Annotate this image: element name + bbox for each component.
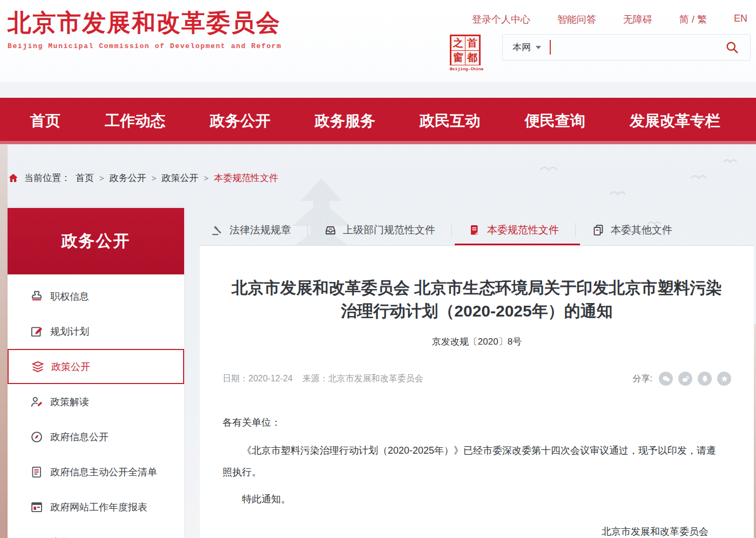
tab-commission-other-docs[interactable]: 本委其他文件 bbox=[592, 223, 672, 237]
document-list-icon bbox=[30, 465, 44, 479]
report-table-icon bbox=[30, 500, 44, 514]
sidebar-item-authority-info[interactable]: 职权信息 bbox=[8, 279, 184, 314]
breadcrumb-policy-open[interactable]: 政策公开 bbox=[162, 172, 199, 184]
sidebar-item-annual-website-report[interactable]: 政府网站工作年度报表 bbox=[8, 489, 184, 524]
nav-item-inquiry[interactable]: 便民查询 bbox=[525, 111, 585, 131]
tab-label: 本委其他文件 bbox=[611, 223, 672, 237]
search-icon bbox=[725, 40, 739, 55]
nav-item-gov-service[interactable]: 政务服务 bbox=[315, 111, 375, 131]
notice-line: 特此通知。 bbox=[222, 488, 718, 510]
sidebar-title: 政务公开 bbox=[8, 208, 184, 274]
tab-label: 本委规范性文件 bbox=[487, 223, 559, 237]
breadcrumb-separator: > bbox=[99, 173, 104, 183]
article-source: 北京市发展和改革委员会 bbox=[328, 374, 423, 383]
sidebar-item-label: 职权信息 bbox=[50, 290, 89, 303]
sidebar: 政务公开 职权信息 规划计划 bbox=[8, 208, 184, 538]
sidebar-item-label: 规划计划 bbox=[50, 325, 89, 338]
login-link[interactable]: 登录个人中心 bbox=[472, 13, 530, 26]
home-icon[interactable] bbox=[8, 172, 19, 184]
site-header: 北京市发展和改革委员会 Beijing Municipal Commission… bbox=[0, 0, 756, 82]
accessibility-link[interactable]: 无障碍 bbox=[623, 13, 652, 26]
share-bar: 分享: bbox=[633, 372, 731, 386]
article-body: 各有关单位： 《北京市塑料污染治理行动计划（2020-2025年）》已经市委深改… bbox=[200, 412, 754, 538]
tab-divider bbox=[307, 223, 308, 237]
tab-divider bbox=[575, 223, 576, 237]
site-logo[interactable]: 北京市发展和改革委员会 Beijing Municipal Commission… bbox=[8, 9, 282, 50]
share-label: 分享: bbox=[633, 373, 652, 385]
sidebar-item-policy-interpretation[interactable]: 政策解读 bbox=[8, 384, 184, 419]
nav-item-gov-open[interactable]: 政务公开 bbox=[210, 111, 271, 131]
search-scope-label: 本网 bbox=[512, 41, 531, 53]
breadcrumb-label: 当前位置： bbox=[24, 172, 70, 184]
red-document-icon bbox=[468, 224, 481, 237]
sidebar-item-label: 政策公开 bbox=[51, 360, 90, 373]
breadcrumb-separator: > bbox=[204, 173, 209, 183]
share-qzone-icon[interactable] bbox=[717, 372, 731, 386]
nav-item-work-news[interactable]: 工作动态 bbox=[105, 111, 165, 131]
tab-label: 法律法规规章 bbox=[230, 223, 291, 237]
background-photo-left bbox=[0, 145, 8, 538]
stamp-icon bbox=[30, 290, 44, 304]
capital-window-seal[interactable]: 之 首 窗 都 Beijing-China bbox=[450, 35, 483, 71]
share-weibo-icon[interactable] bbox=[678, 372, 692, 386]
article-meta-left: 日期：2020-12-24来源：北京市发展和改革委员会 bbox=[222, 373, 423, 385]
simplified-traditional-toggle[interactable]: 简 / 繁 bbox=[679, 13, 707, 26]
seal-char: 窗 bbox=[451, 51, 465, 65]
breadcrumb-current: 本委规范性文件 bbox=[214, 172, 278, 184]
utility-links: 登录个人中心 智能问答 无障碍 简 / 繁 EN bbox=[472, 13, 747, 26]
copy-pages-icon bbox=[592, 224, 605, 237]
nav-item-interaction[interactable]: 政民互动 bbox=[420, 111, 480, 131]
document-number: 京发改规〔2020〕8号 bbox=[200, 335, 754, 348]
breadcrumb-home[interactable]: 首页 bbox=[76, 172, 94, 184]
article-title: 北京市发展和改革委员会 北京市生态环境局关于印发北京市塑料污染治理行动计划（20… bbox=[226, 276, 728, 322]
salutation: 各有关单位： bbox=[222, 412, 718, 433]
breadcrumb: 当前位置： 首页 > 政务公开 > 政策公开 > 本委规范性文件 bbox=[8, 172, 278, 184]
sidebar-item-label: 决策目录 bbox=[50, 536, 89, 538]
sidebar-item-gov-info-open[interactable]: 政府信息公开 bbox=[8, 419, 184, 454]
breadcrumb-separator: > bbox=[152, 173, 157, 183]
body-paragraph: 《北京市塑料污染治理行动计划（2020-2025年）》已经市委深改委第十四次会议… bbox=[222, 440, 718, 483]
inbox-icon bbox=[324, 224, 337, 237]
nav-item-reform-column[interactable]: 发展改革专栏 bbox=[630, 111, 720, 131]
person-pen-icon bbox=[30, 395, 44, 409]
english-link[interactable]: EN bbox=[734, 13, 747, 26]
article-panel: 北京市发展和改革委员会 北京市生态环境局关于印发北京市塑料污染治理行动计划（20… bbox=[200, 246, 754, 538]
sidebar-item-label: 政府网站工作年度报表 bbox=[50, 501, 147, 514]
layers-icon bbox=[31, 360, 45, 374]
article-meta: 日期：2020-12-24来源：北京市发展和改革委员会 分享: bbox=[200, 372, 754, 386]
seal-char: 都 bbox=[465, 51, 479, 65]
site-subtitle: Beijing Municipal Commission of Developm… bbox=[8, 42, 282, 50]
search-input[interactable] bbox=[551, 35, 725, 60]
content-tabs: 法律法规规章 上级部门规范性文件 本委规范性文件 bbox=[200, 215, 754, 245]
sidebar-item-decision-catalog[interactable]: 决策目录 bbox=[8, 524, 184, 538]
sidebar-item-label: 政策解读 bbox=[50, 395, 89, 408]
signature: 北京市发展和改革委员会 bbox=[222, 521, 718, 538]
tab-commission-normative-docs[interactable]: 本委规范性文件 bbox=[468, 223, 559, 237]
seal-char: 之 bbox=[451, 36, 465, 50]
sidebar-item-label: 政府信息主动公开全清单 bbox=[50, 466, 157, 479]
tab-laws-regulations[interactable]: 法律法规规章 bbox=[211, 223, 291, 237]
smart-qa-link[interactable]: 智能问答 bbox=[557, 13, 596, 26]
share-wechat-icon[interactable] bbox=[659, 372, 673, 386]
tab-superior-normative-docs[interactable]: 上级部门规范性文件 bbox=[324, 223, 435, 237]
tab-label: 上级部门规范性文件 bbox=[343, 223, 435, 237]
breadcrumb-gov-open[interactable]: 政务公开 bbox=[110, 172, 146, 184]
page: 北京市发展和改革委员会 Beijing Municipal Commission… bbox=[0, 0, 756, 538]
catalog-icon bbox=[30, 535, 44, 538]
sidebar-item-policy-open[interactable]: 政策公开 bbox=[8, 349, 184, 384]
seal-icon: 之 首 窗 都 bbox=[450, 35, 481, 65]
sidebar-item-label: 政府信息公开 bbox=[50, 431, 109, 443]
seal-caption: Beijing-China bbox=[450, 66, 483, 71]
nav-item-home[interactable]: 首页 bbox=[30, 111, 60, 131]
site-title: 北京市发展和改革委员会 bbox=[8, 9, 282, 37]
search-button[interactable] bbox=[725, 40, 739, 55]
article-date: 2020-12-24 bbox=[248, 374, 293, 383]
source-label: 来源： bbox=[302, 374, 328, 383]
sidebar-item-planning[interactable]: 规划计划 bbox=[8, 314, 184, 349]
search-bar: 本网 bbox=[502, 34, 751, 60]
search-scope-dropdown[interactable]: 本网 bbox=[512, 41, 541, 53]
share-qq-icon[interactable] bbox=[698, 372, 712, 386]
date-label: 日期： bbox=[222, 374, 248, 383]
sidebar-item-proactive-disclosure-list[interactable]: 政府信息主动公开全清单 bbox=[8, 454, 184, 489]
seal-char: 首 bbox=[465, 36, 479, 50]
